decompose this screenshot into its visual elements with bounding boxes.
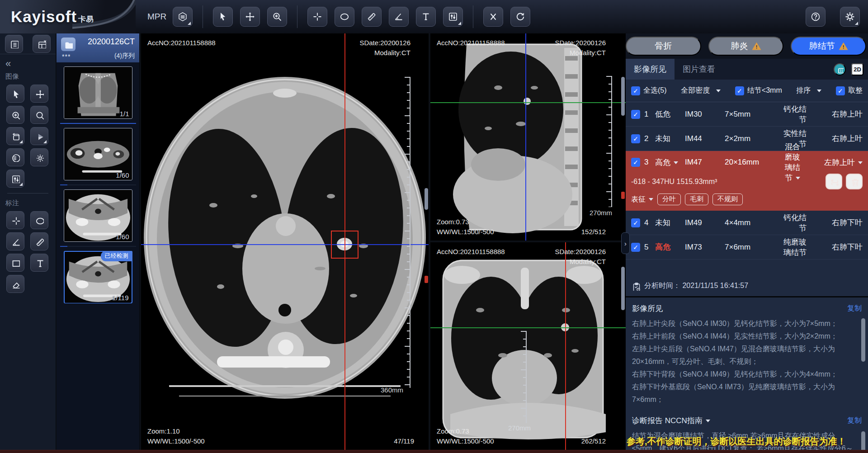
tab-pneumonia[interactable]: 肺炎 bbox=[708, 37, 784, 56]
help-button[interactable] bbox=[806, 7, 826, 27]
pan-tool-button[interactable] bbox=[240, 7, 260, 27]
series-thumbnail-scout[interactable]: 1/1 bbox=[64, 66, 132, 119]
rotate-image-button[interactable] bbox=[6, 127, 24, 145]
copy-findings-link[interactable]: 复制 bbox=[847, 304, 862, 313]
nodule-checkbox[interactable] bbox=[631, 158, 640, 167]
magnify-tool-button[interactable] bbox=[30, 106, 48, 124]
series-thumbnail-neck[interactable]: 1/60 bbox=[64, 128, 132, 180]
coronal-wwwl: WW/WL:1500/-500 bbox=[437, 436, 494, 446]
tab-fracture[interactable]: 骨折 bbox=[626, 37, 701, 56]
coronal-viewport[interactable]: 270mm AccNO:202101158888 SDate:20200126 … bbox=[430, 242, 626, 450]
sort-label: 排序 bbox=[796, 86, 811, 95]
nodule-size: 4×4mm bbox=[725, 218, 783, 227]
series-thumbnail-ct-detected[interactable]: 已经检测 1/119 bbox=[64, 251, 132, 303]
nodule-row-5[interactable]: 5 高危 IM73 7×6mm 纯磨玻璃结节 右肺下叶 bbox=[626, 235, 868, 260]
angle-annotation-button[interactable] bbox=[6, 232, 24, 250]
cine-play-button[interactable] bbox=[30, 127, 48, 145]
clear-annotations-button[interactable] bbox=[483, 7, 503, 27]
brightness-button[interactable] bbox=[30, 148, 48, 166]
close-layout-button[interactable] bbox=[33, 35, 51, 53]
sagittal-crosshair-vertical[interactable] bbox=[525, 33, 526, 241]
report-guideline-dropdown[interactable]: 诊断报告 NCCN指南 bbox=[632, 415, 710, 426]
sort-dropdown[interactable]: 排序 bbox=[796, 86, 821, 95]
nodule-risk-dropdown[interactable]: 高危 bbox=[655, 157, 685, 168]
series-thumbnail-ct-thin[interactable]: 1/60 bbox=[64, 189, 132, 242]
invert-contrast-button[interactable] bbox=[6, 148, 24, 166]
rotate-image-icon bbox=[11, 132, 20, 141]
brightness-icon bbox=[35, 153, 44, 162]
feature-chip-irregular[interactable]: 不规则 bbox=[712, 193, 743, 205]
mpr-mode-label: MPR bbox=[147, 12, 166, 22]
left-tool-sidebar: 图像 标注 bbox=[0, 33, 56, 450]
nodule-risk: 低危 bbox=[655, 109, 685, 119]
axial-crosshair-horizontal[interactable] bbox=[141, 244, 429, 245]
nodule-number: 2 bbox=[644, 134, 655, 143]
nodule-row-4[interactable]: 4 未知 IM49 4×4mm 钙化结节 右肺下叶 bbox=[626, 211, 868, 235]
ellipse-annotation-button[interactable] bbox=[30, 211, 48, 229]
pan-tool-button[interactable] bbox=[30, 85, 48, 103]
edit-contour-button[interactable] bbox=[826, 174, 842, 189]
panel-expand-handle[interactable] bbox=[621, 232, 630, 254]
small-nodule-checkbox[interactable] bbox=[735, 86, 744, 95]
sagittal-crosshair-horizontal[interactable] bbox=[430, 102, 626, 103]
delete-nodule-button[interactable] bbox=[846, 174, 863, 189]
copy-report-link[interactable]: 复制 bbox=[847, 416, 862, 425]
nodule-row-2[interactable]: 2 未知 IM44 2×2mm 实性结节 右肺上叶 bbox=[626, 127, 868, 151]
window-level-button[interactable] bbox=[443, 7, 463, 27]
study-header[interactable]: 20200126CT *** (4)序列 bbox=[57, 33, 139, 62]
rectangle-annotation-button[interactable] bbox=[6, 254, 24, 272]
pointer-tool-button[interactable] bbox=[213, 7, 233, 27]
settings-button[interactable] bbox=[840, 7, 860, 27]
window-preset-button[interactable] bbox=[6, 170, 24, 188]
mpr-button[interactable] bbox=[173, 7, 193, 27]
zoom-tool-button[interactable] bbox=[267, 7, 287, 27]
nodule-roi-box[interactable] bbox=[331, 231, 359, 259]
nodule-checkbox[interactable] bbox=[631, 218, 640, 227]
tab-image-findings[interactable]: 影像所见 bbox=[626, 59, 675, 80]
coronal-crosshair-horizontal[interactable] bbox=[430, 327, 626, 328]
zoom-in-icon bbox=[11, 110, 20, 119]
findings-scrollbar-thumb[interactable] bbox=[861, 318, 865, 362]
nodule-type-dropdown[interactable]: 混合磨玻璃结节 bbox=[783, 142, 810, 183]
sagittal-viewport[interactable]: 270mm AccNO:202101158888 SDate:20200126 … bbox=[430, 33, 626, 241]
axial-sdate: SDate:20200126 bbox=[359, 38, 410, 48]
axial-viewport[interactable]: 360mm AccNO:202101158888 SDate:20200126 … bbox=[141, 33, 429, 450]
nodule-checkbox[interactable] bbox=[631, 134, 640, 143]
warning-icon bbox=[839, 42, 848, 50]
crosshair-annotation-button[interactable] bbox=[6, 211, 24, 229]
report-chat-button[interactable] bbox=[834, 63, 846, 76]
eraser-button[interactable] bbox=[6, 275, 24, 293]
select-all-checkbox[interactable] bbox=[631, 86, 640, 95]
ellipse-roi-button[interactable] bbox=[335, 7, 354, 27]
sagittal-slice-counter: 152/512 bbox=[581, 227, 606, 237]
tab-image-view[interactable]: 图片查看 bbox=[675, 59, 723, 80]
sagittal-scrollbar-thumb[interactable] bbox=[621, 77, 625, 116]
tab-lung-nodule[interactable]: 肺结节 bbox=[791, 37, 866, 56]
angle-tool-button[interactable] bbox=[389, 7, 409, 27]
collapse-sidebar-button[interactable] bbox=[0, 54, 18, 71]
series-list-button[interactable] bbox=[5, 35, 23, 53]
text-annotation-button[interactable] bbox=[30, 254, 48, 272]
nodule-row-3-selected[interactable]: 3 高危 IM47 20×16mm 混合磨玻璃结节 左肺上叶 -618 - 34… bbox=[626, 151, 868, 211]
measure-ruler-button[interactable] bbox=[362, 7, 382, 27]
zoom-in-tool-button[interactable] bbox=[6, 106, 24, 124]
thumbnail-slice-count: 1/1 bbox=[120, 110, 129, 118]
density-filter-dropdown[interactable]: 全部密度 bbox=[681, 86, 721, 95]
feature-dropdown[interactable]: 表征 bbox=[631, 195, 653, 204]
coronal-crosshair-vertical[interactable] bbox=[565, 242, 566, 450]
nodule-checkbox[interactable] bbox=[631, 110, 640, 119]
nodule-checkbox[interactable] bbox=[631, 243, 640, 252]
ruler-annotation-button[interactable] bbox=[30, 232, 48, 250]
reset-view-button[interactable] bbox=[510, 7, 530, 27]
2d-view-button[interactable]: 2D bbox=[851, 63, 863, 76]
text-annotation-button[interactable] bbox=[416, 7, 436, 27]
nodule-location-dropdown[interactable]: 左肺上叶 bbox=[810, 157, 863, 168]
pointer-tool-button[interactable] bbox=[6, 85, 24, 103]
round-checkbox[interactable] bbox=[836, 86, 845, 95]
feature-chip-spiculated[interactable]: 毛刺 bbox=[685, 193, 708, 205]
axial-scrollbar-thumb[interactable] bbox=[425, 188, 428, 210]
coronal-scrollbar-thumb[interactable] bbox=[621, 267, 625, 310]
crosshair-tool-button[interactable] bbox=[307, 7, 327, 27]
feature-chip-lobulated[interactable]: 分叶 bbox=[657, 193, 681, 205]
nodule-row-1[interactable]: 1 低危 IM30 7×5mm 钙化结节 右肺上叶 bbox=[626, 102, 868, 127]
